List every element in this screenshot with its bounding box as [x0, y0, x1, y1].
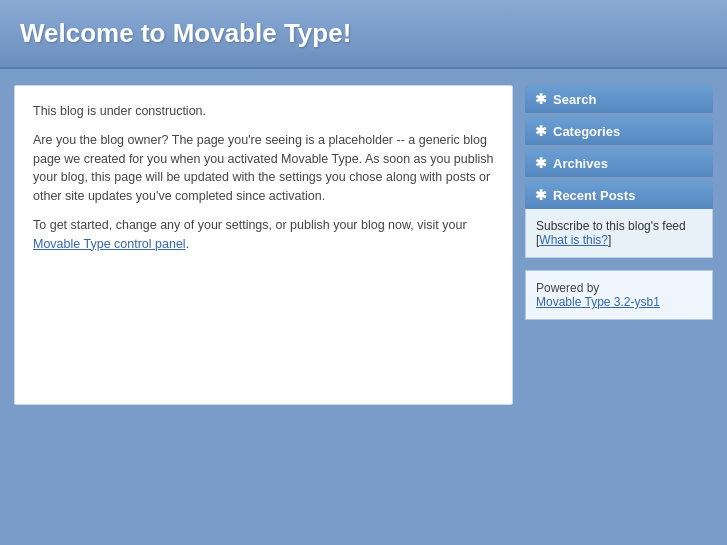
main-content: This blog is under construction. Are you… — [14, 85, 513, 405]
subscribe-text: Subscribe to this blog's feed — [536, 219, 686, 233]
powered-by-label: Powered by — [536, 281, 599, 295]
sidebar-search-label: Search — [553, 92, 596, 107]
sidebar-categories-label: Categories — [553, 124, 620, 139]
asterisk-icon: ✱ — [535, 91, 547, 107]
content-line1: This blog is under construction. — [33, 102, 494, 121]
sidebar-recent-posts-content: Subscribe to this blog's feed [What is t… — [525, 209, 713, 258]
asterisk-icon: ✱ — [535, 155, 547, 171]
content-line3-suffix: . — [186, 237, 189, 251]
sidebar-header-archives[interactable]: ✱ Archives — [525, 149, 713, 177]
sidebar-section-recent-posts: ✱ Recent Posts Subscribe to this blog's … — [525, 181, 713, 258]
sidebar-header-search[interactable]: ✱ Search — [525, 85, 713, 113]
movable-type-link[interactable]: Movable Type 3.2-ysb1 — [536, 295, 660, 309]
content-line2: Are you the blog owner? The page you're … — [33, 131, 494, 206]
sidebar-section-search: ✱ Search — [525, 85, 713, 113]
content-line3: To get started, change any of your setti… — [33, 216, 494, 254]
asterisk-icon: ✱ — [535, 123, 547, 139]
site-header: Welcome to Movable Type! — [0, 0, 727, 69]
sidebar-archives-label: Archives — [553, 156, 608, 171]
asterisk-icon: ✱ — [535, 187, 547, 203]
sidebar-section-archives: ✱ Archives — [525, 149, 713, 177]
sidebar-header-recent-posts[interactable]: ✱ Recent Posts — [525, 181, 713, 209]
powered-by-box: Powered by Movable Type 3.2-ysb1 — [525, 270, 713, 320]
content-line3-prefix: To get started, change any of your setti… — [33, 218, 467, 232]
sidebar: ✱ Search ✱ Categories ✱ Archives ✱ Recen… — [525, 85, 713, 320]
what-is-this-link[interactable]: What is this? — [539, 233, 608, 247]
site-title: Welcome to Movable Type! — [20, 18, 707, 49]
main-wrapper: This blog is under construction. Are you… — [0, 69, 727, 421]
control-panel-link[interactable]: Movable Type control panel — [33, 237, 186, 251]
sidebar-header-categories[interactable]: ✱ Categories — [525, 117, 713, 145]
sidebar-recent-posts-label: Recent Posts — [553, 188, 635, 203]
sidebar-section-categories: ✱ Categories — [525, 117, 713, 145]
